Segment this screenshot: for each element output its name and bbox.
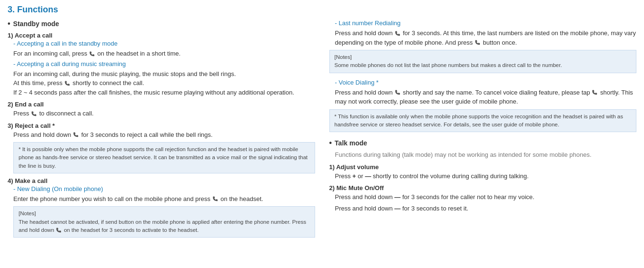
text-new-dialing: Enter the phone number you wish to call … [13,194,315,204]
text-mic-mute-2: Press and hold down — for 3 seconds to r… [335,204,637,213]
note-make-call: [Notes] The headset cannot be activated,… [13,206,315,238]
phone-icon-5 [212,196,219,202]
talk-item-2-header: 2) Mic Mute On/Off [329,184,637,191]
text-accepting-music: For an incoming call, during the music p… [13,69,315,97]
phone-icon-6 [56,227,62,234]
note-voice-dialing: * This function is available only when t… [329,109,637,133]
talk-item-1-header: 1) Adjust volume [329,163,637,171]
phone-icon-2 [64,80,71,87]
standby-label: Standby mode [13,20,59,28]
item-4-header: 4) Make a call [8,177,315,184]
text-mic-mute-1: Press and hold down — for 3 seconds for … [335,192,637,202]
note-reject: * It is possible only when the mobile ph… [13,142,315,173]
item-3-header: 3) Reject a call * [8,122,315,129]
bullet-dot: • [8,19,10,28]
link-last-number: Last number Redialing [338,19,400,27]
bullet-dot-2: • [329,139,332,147]
link-accepting-music: Accepting a call during music streaming [17,60,126,67]
standby-header: • Standby mode [8,19,315,28]
link-accepting-standby: Accepting a call in the standby mode [17,40,118,47]
sub-accept-standby: - Accepting a call in the standby mode [13,40,315,47]
text-accepting-standby: For an incoming call, press on the heads… [13,49,315,58]
text-reject-call: Press and hold down for 3 seconds to rej… [13,130,315,140]
sub-last-number: - Last number Redialing [335,19,637,27]
link-new-dialing: New Dialing (On mobile phone) [17,185,103,192]
link-voice-dialing: Voice Dialing * [338,79,378,86]
phone-icon-4 [73,132,79,138]
note-last-number: [Notes] Some mobile phones do not list t… [329,50,637,73]
text-adjust-volume: Press + or — shortly to control the volu… [335,172,637,181]
phone-icon-7 [395,30,401,37]
right-column: - Last number Redialing Press and hold d… [329,19,637,242]
talk-intro: Functions during talking (talk mode) may… [335,150,637,160]
phone-icon-1 [89,51,96,57]
minus-icon-3: — [395,205,401,212]
minus-icon: — [365,172,371,180]
sub-new-dialing: - New Dialing (On mobile phone) [13,185,315,192]
talk-section: • Talk mode Functions during talking (ta… [329,139,637,213]
talk-header: • Talk mode [329,139,637,147]
text-voice-dialing: Press and hold down shortly and say the … [335,88,637,106]
plus-icon: + [352,172,356,180]
phone-icon-9 [395,89,401,96]
minus-icon-2: — [395,193,401,201]
text-end-call: Press to disconnect a call. [13,109,315,118]
talk-label: Talk mode [335,139,367,147]
item-2-header: 2) End a call [8,101,315,108]
left-column: • Standby mode 1) Accept a call - Accept… [8,19,315,242]
phone-icon-3 [31,111,38,117]
text-last-number: Press and hold down for 3 seconds. At th… [335,29,637,47]
phone-icon-10 [592,89,598,96]
phone-icon-8 [475,39,481,46]
item-1-header: 1) Accept a call [8,32,315,39]
page-title: 3. Functions [8,5,636,15]
sub-voice-dialing: - Voice Dialing * [335,79,637,86]
standby-section: • Standby mode 1) Accept a call - Accept… [8,19,315,238]
sub-accept-music: - Accepting a call during music streamin… [13,60,315,67]
